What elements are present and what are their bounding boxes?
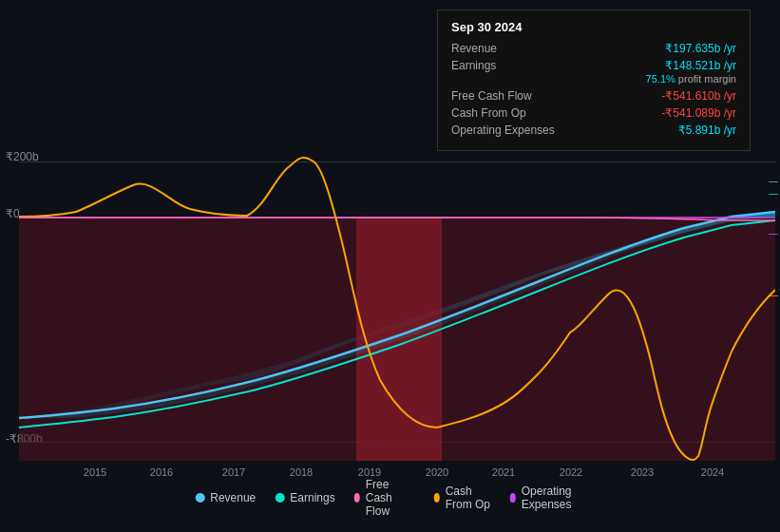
tooltip-date: Sep 30 2024 (451, 20, 736, 34)
tooltip-label-fcf: Free Cash Flow (451, 89, 532, 103)
chart-svg (19, 147, 775, 461)
x-label-2020: 2020 (426, 466, 448, 478)
legend-item-opex: Operating Expenses (510, 484, 585, 511)
x-label-2018: 2018 (290, 466, 313, 478)
tooltip-row-earnings: Earnings ₹148.521b /yr75.1% profit margi… (451, 59, 736, 86)
tooltip-value-fcf: -₹541.610b /yr (661, 89, 736, 103)
y-label-middle: ₹0 (6, 207, 20, 220)
chart-container: Sep 30 2024 Revenue ₹197.635b /yr Earnin… (0, 0, 780, 532)
legend-item-cashfromop: Cash From Op (434, 484, 491, 511)
legend-item-earnings: Earnings (275, 491, 334, 504)
legend-item-fcf: Free Cash Flow (354, 478, 415, 518)
right-indicator-earnings: — (769, 188, 778, 199)
right-indicator-opex: — (769, 228, 778, 238)
legend-label-fcf: Free Cash Flow (366, 478, 415, 518)
tooltip-value-cashfromop: -₹541.089b /yr (661, 106, 736, 120)
legend: Revenue Earnings Free Cash Flow Cash Fro… (195, 478, 585, 518)
tooltip-row-cashfromop: Cash From Op -₹541.089b /yr (451, 106, 736, 120)
tooltip-row-fcf: Free Cash Flow -₹541.610b /yr (451, 89, 736, 103)
x-label-2023: 2023 (631, 466, 654, 478)
legend-label-opex: Operating Expenses (522, 484, 585, 511)
tooltip-value-opex: ₹5.891b /yr (678, 124, 736, 137)
tooltip-value-earnings: ₹148.521b /yr75.1% profit margin (646, 59, 736, 86)
legend-label-earnings: Earnings (290, 491, 334, 504)
x-label-2019: 2019 (358, 466, 381, 478)
legend-dot-fcf (354, 493, 360, 503)
x-label-2024: 2024 (701, 466, 724, 478)
tooltip-value-revenue: ₹197.635b /yr (665, 42, 736, 55)
right-indicator-revenue: — (769, 176, 778, 186)
tooltip-label-revenue: Revenue (451, 42, 497, 55)
x-label-2017: 2017 (222, 466, 245, 478)
tooltip-label-earnings: Earnings (451, 59, 496, 86)
legend-dot-revenue (195, 493, 204, 503)
tooltip-label-cashfromop: Cash From Op (451, 106, 526, 120)
x-label-2015: 2015 (84, 466, 106, 478)
tooltip: Sep 30 2024 Revenue ₹197.635b /yr Earnin… (437, 10, 751, 151)
legend-dot-opex (510, 493, 516, 503)
legend-label-revenue: Revenue (210, 491, 256, 504)
x-label-2016: 2016 (150, 466, 173, 478)
x-label-2022: 2022 (560, 466, 582, 478)
tooltip-label-opex: Operating Expenses (451, 124, 555, 137)
legend-label-cashfromop: Cash From Op (446, 484, 491, 511)
x-label-2021: 2021 (492, 466, 515, 478)
tooltip-row-opex: Operating Expenses ₹5.891b /yr (451, 124, 736, 137)
right-indicator-cashfromop: — (769, 290, 778, 300)
legend-dot-cashfromop (434, 493, 440, 503)
legend-item-revenue: Revenue (195, 491, 256, 504)
tooltip-row-revenue: Revenue ₹197.635b /yr (451, 42, 736, 55)
legend-dot-earnings (275, 493, 284, 503)
